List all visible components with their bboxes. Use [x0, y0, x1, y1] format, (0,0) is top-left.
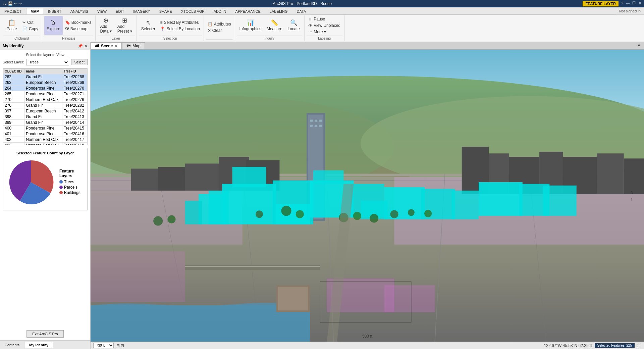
user-label[interactable]: Not signed in: [616, 8, 644, 14]
clear-label: Clear: [212, 28, 222, 33]
svg-rect-37: [232, 167, 266, 187]
bookmarks-button[interactable]: 🔖 Bookmarks: [63, 19, 93, 26]
select-by-loc-button[interactable]: 📍 Select By Location: [158, 26, 201, 32]
infographics-button[interactable]: 📊 Infographics: [237, 16, 264, 35]
paste-label: Paste: [7, 27, 17, 31]
table-row[interactable]: 270Northern Red OakTree/20276: [3, 97, 87, 103]
labeling-label: Labeling: [307, 36, 342, 40]
svg-text:N: N: [631, 190, 634, 195]
table-row[interactable]: 401Ponderosa PineTree/20416: [3, 131, 87, 137]
more-labeling-button[interactable]: ⋯ More ▾: [307, 29, 342, 35]
table-row[interactable]: 265Ponderosa PineTree/20271: [3, 91, 87, 97]
tab-view[interactable]: VIEW: [93, 8, 111, 14]
close-btn[interactable]: ✕: [638, 1, 641, 6]
tab-data[interactable]: DATA: [292, 8, 311, 14]
table-row[interactable]: 402Northern Red OakTree/20417: [3, 137, 87, 143]
help-btn[interactable]: ?: [621, 1, 623, 6]
measure-label: Measure: [267, 27, 282, 31]
panel-pin-btn[interactable]: 📌: [78, 44, 83, 48]
expand-icon[interactable]: ⛶: [637, 343, 641, 348]
table-row[interactable]: 400Ponderosa PineTree/20415: [3, 126, 87, 131]
cell-objectid: 398: [3, 114, 24, 120]
scene-tab-close[interactable]: ✕: [115, 44, 117, 48]
layer-dropdown[interactable]: Trees Parcels Buildings: [26, 59, 69, 65]
table-row[interactable]: 276Grand FirTree/20282: [3, 103, 87, 108]
cell-objectid: 262: [3, 74, 24, 80]
pause-button[interactable]: ⏸ Pause: [307, 16, 342, 22]
table-row[interactable]: 264Ponderosa PineTree/20270: [3, 86, 87, 91]
map-collapse-btn[interactable]: ▾: [637, 42, 644, 49]
map-viewport[interactable]: 500 ft N ↑: [91, 50, 644, 342]
table-row[interactable]: 399Grand FirTree/20414: [3, 120, 87, 126]
panel-close-btn[interactable]: ✕: [84, 44, 88, 48]
tab-xtools[interactable]: XTOOLS AGP: [177, 8, 209, 14]
tab-edit[interactable]: EDIT: [111, 8, 128, 14]
cell-treefid: Tree/20414: [62, 120, 87, 126]
minimize-btn[interactable]: —: [626, 1, 630, 6]
legend-title: Feature Layers: [59, 169, 85, 178]
cell-objectid: 276: [3, 103, 24, 108]
copy-button[interactable]: 📄 Copy: [21, 26, 40, 32]
select-by-attr-button[interactable]: ≡ Select By Attributes: [158, 19, 201, 26]
clear-button[interactable]: ✕ Clear: [206, 28, 233, 34]
locate-button[interactable]: 🔍 Locate: [285, 16, 302, 35]
add-preset-button[interactable]: ⊞ AddPreset ▾: [115, 16, 135, 35]
locate-icon: 🔍: [290, 20, 298, 26]
tab-share[interactable]: SHARE: [155, 8, 176, 14]
col-name[interactable]: name: [24, 69, 62, 74]
svg-rect-20: [597, 153, 624, 194]
attributes-button[interactable]: 📋 Attributes: [206, 21, 233, 27]
table-wrapper[interactable]: OBJECTID name TreeFID 262Grand FirTree/2…: [3, 68, 88, 145]
measure-button[interactable]: 📏 Measure: [264, 16, 285, 35]
tab-map[interactable]: MAP: [26, 8, 43, 14]
cut-button[interactable]: ✂ Cut: [21, 19, 40, 26]
tab-project[interactable]: PROJECT: [0, 8, 26, 14]
cell-objectid: 399: [3, 120, 24, 126]
cell-name: Northern Red Oak: [24, 143, 62, 146]
cell-name: European Beech: [24, 108, 62, 114]
tab-analysis[interactable]: ANALYSIS: [66, 8, 93, 14]
tab-labeling[interactable]: LABELING: [265, 8, 292, 14]
legend-parcels: Parcels: [59, 185, 85, 190]
select-layer-button[interactable]: Select: [71, 59, 88, 65]
paste-button[interactable]: 📋 Paste: [3, 16, 20, 35]
contents-tab[interactable]: Contents: [0, 342, 24, 348]
select-small-group: ≡ Select By Attributes 📍 Select By Locat…: [158, 19, 201, 32]
my-identify-tab[interactable]: My Identify: [24, 342, 53, 348]
tab-insert[interactable]: INSERT: [44, 8, 66, 14]
tabs-spacer: [145, 42, 637, 49]
cell-treefid: Tree/20269: [62, 80, 87, 86]
select-button[interactable]: ↖ Select ▾: [139, 16, 158, 35]
tab-addin[interactable]: ADD-IN: [209, 8, 231, 14]
svg-rect-28: [315, 125, 317, 127]
select-layer-text: Select Layer:: [3, 60, 24, 64]
cell-name: Ponderosa Pine: [24, 126, 62, 131]
svg-rect-44: [384, 187, 425, 219]
copy-label: Copy: [29, 27, 38, 31]
labeling-small-group: ⏸ Pause 👁 View Unplaced ⋯ More ▾: [307, 16, 342, 35]
view-unplaced-button[interactable]: 👁 View Unplaced: [307, 22, 342, 29]
restore-btn[interactable]: ❐: [632, 1, 636, 6]
basemap-button[interactable]: 🗺 Basemap: [63, 26, 93, 32]
add-data-button[interactable]: ⊕ AddData ▾: [98, 16, 114, 35]
explore-button[interactable]: 🖱 Explore: [44, 16, 63, 35]
table-row[interactable]: 398Grand FirTree/20413: [3, 114, 87, 120]
table-row[interactable]: 263European BeechTree/20269: [3, 80, 87, 86]
table-row[interactable]: 397European BeechTree/20412: [3, 108, 87, 114]
cut-label: Cut: [27, 20, 34, 25]
scene-tab[interactable]: 🏙 Scene ✕: [91, 42, 122, 49]
map-tab[interactable]: 🗺 Map: [122, 42, 145, 49]
col-objectid[interactable]: OBJECTID: [3, 69, 24, 74]
scale-dropdown[interactable]: 730 ft 1000 ft 500 ft: [93, 343, 114, 348]
exit-arcgis-button[interactable]: Exit ArcGIS Pro: [26, 330, 63, 338]
col-treefid[interactable]: TreeFID: [62, 69, 87, 74]
tab-imagery[interactable]: IMAGERY: [129, 8, 155, 14]
table-row[interactable]: 262Grand FirTree/20268: [3, 74, 87, 80]
infographics-label: Infographics: [239, 27, 261, 31]
chart-title: Selected Feature Count by Layer: [6, 151, 85, 155]
tab-appearance[interactable]: APPEARANCE: [231, 8, 265, 14]
attributes-label: Attributes: [214, 22, 231, 27]
table-row[interactable]: 403Northern Red OakTree/20418: [3, 143, 87, 146]
cell-treefid: Tree/20271: [62, 91, 87, 97]
svg-point-58: [390, 210, 398, 218]
